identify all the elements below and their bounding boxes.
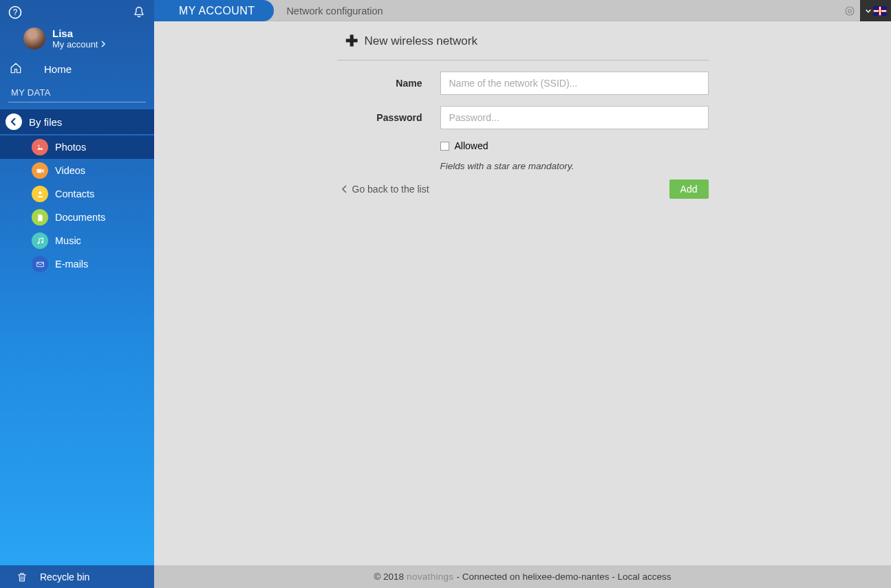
form-row-password: Password <box>337 106 709 129</box>
form-header: ✚ New wireless network <box>337 25 709 61</box>
sidebar-item-emails[interactable]: E-mails <box>0 252 154 276</box>
breadcrumb: Network configuration <box>286 6 383 17</box>
footer-copyright: © 2018 <box>374 571 404 582</box>
tab-my-account[interactable]: MY ACCOUNT <box>154 0 274 21</box>
sidebar-item-label: E-mails <box>55 259 88 270</box>
avatar <box>23 28 45 50</box>
plus-icon: ✚ <box>345 32 358 50</box>
svg-point-2 <box>38 144 39 146</box>
divider <box>8 102 146 102</box>
back-circle-icon[interactable] <box>6 113 22 130</box>
sidebar-item-label: Music <box>55 235 81 246</box>
chevron-left-icon <box>341 185 348 193</box>
svg-point-4 <box>39 191 41 194</box>
password-input[interactable] <box>440 106 709 129</box>
svg-point-8 <box>846 7 854 15</box>
go-back-label: Go back to the list <box>352 184 429 195</box>
form-row-allowed: Allowed <box>337 140 709 151</box>
user-name: Lisa <box>52 28 106 39</box>
go-back-link[interactable]: Go back to the list <box>341 184 429 195</box>
chevron-down-icon <box>865 8 872 14</box>
add-button[interactable]: Add <box>669 179 709 199</box>
trash-icon <box>17 571 28 582</box>
sidebar-item-recycle-bin[interactable]: Recycle bin <box>0 565 154 588</box>
sidebar-item-documents[interactable]: Documents <box>0 206 154 229</box>
top-header: MY ACCOUNT Network configuration <box>154 0 891 21</box>
svg-text:?: ? <box>13 8 18 17</box>
tab-label: MY ACCOUNT <box>179 5 255 17</box>
footer-brand: novathings <box>407 571 453 582</box>
svg-rect-3 <box>36 168 41 172</box>
target-icon[interactable] <box>839 0 860 21</box>
user-sublabel: My account <box>52 39 98 50</box>
user-account-link[interactable]: Lisa My account <box>0 25 154 56</box>
sidebar-item-home[interactable]: Home <box>0 56 154 82</box>
name-input[interactable] <box>440 72 709 95</box>
section-my-data: MY DATA <box>0 82 154 102</box>
sidebar-item-label: Videos <box>55 165 85 176</box>
main-content: ✚ New wireless network Name Password All… <box>154 21 891 565</box>
svg-point-6 <box>41 241 43 243</box>
notifications-icon[interactable] <box>132 6 146 19</box>
contacts-icon <box>32 186 48 202</box>
music-icon <box>32 232 48 249</box>
flag-uk-icon <box>873 6 887 16</box>
user-info: Lisa My account <box>52 28 106 50</box>
home-icon <box>10 62 33 76</box>
sidebar-item-videos[interactable]: Videos <box>0 159 154 182</box>
emails-icon <box>32 256 48 272</box>
form-actions: Go back to the list Add <box>337 179 709 199</box>
sidebar-item-label: Home <box>44 63 72 75</box>
sidebar-top-bar: ? <box>0 0 154 25</box>
documents-icon <box>32 209 48 226</box>
sidebar-item-label: Photos <box>55 142 86 153</box>
form-title: New wireless network <box>365 34 477 48</box>
header-right <box>839 0 891 21</box>
file-categories: Photos Videos Contacts Documents Music <box>0 134 154 276</box>
svg-point-9 <box>848 9 852 12</box>
form-row-name: Name <box>337 72 709 95</box>
sidebar-item-photos[interactable]: Photos <box>0 135 154 159</box>
sidebar-item-music[interactable]: Music <box>0 229 154 252</box>
password-label: Password <box>337 112 440 123</box>
allowed-checkbox[interactable] <box>440 142 449 151</box>
sidebar-item-label: By files <box>29 116 62 128</box>
sidebar-item-label: Recycle bin <box>40 571 89 582</box>
language-selector[interactable] <box>860 0 891 21</box>
mandatory-note: Fields with a star are mandatory. <box>337 161 709 171</box>
allowed-label: Allowed <box>455 140 489 151</box>
sidebar-item-by-files[interactable]: By files <box>0 109 154 134</box>
sidebar: ? Lisa My account Home MY DATA <box>0 0 154 565</box>
svg-rect-7 <box>36 262 43 267</box>
sidebar-item-label: Contacts <box>55 188 94 199</box>
help-icon[interactable]: ? <box>8 6 22 19</box>
photos-icon <box>32 139 48 155</box>
svg-point-5 <box>37 241 39 243</box>
wireless-network-form: ✚ New wireless network Name Password All… <box>337 21 709 199</box>
sidebar-item-label: Documents <box>55 212 105 223</box>
footer: © 2018 novathings - Connected on helixee… <box>154 565 891 588</box>
name-label: Name <box>337 78 440 89</box>
chevron-right-icon <box>100 39 106 50</box>
footer-connection: - Connected on helixee-demo-nantes - Loc… <box>456 571 671 582</box>
sidebar-item-contacts[interactable]: Contacts <box>0 182 154 206</box>
videos-icon <box>32 162 48 179</box>
